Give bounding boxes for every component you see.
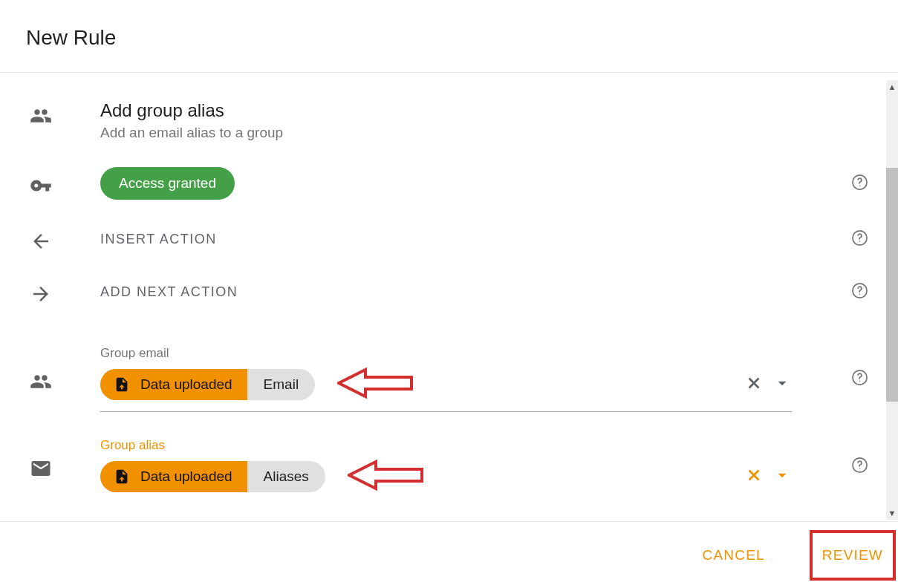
- annotation-arrow-icon: [337, 367, 419, 402]
- row-group-alias-heading: Add group alias Add an email alias to a …: [26, 100, 891, 141]
- group-info-icon: [26, 100, 56, 127]
- group-email-input[interactable]: Data uploaded Email: [100, 367, 792, 412]
- scroll-up-button[interactable]: ▲: [886, 80, 898, 94]
- pill-left-text: Data uploaded: [140, 376, 232, 393]
- scroll-down-button[interactable]: ▼: [886, 506, 898, 520]
- arrow-right-icon: [26, 278, 56, 305]
- pill-data-uploaded-aliases[interactable]: Data uploaded Aliases: [100, 461, 325, 492]
- svg-point-7: [859, 381, 861, 382]
- annotation-highlight: REVIEW: [810, 530, 896, 581]
- insert-action-label: INSERT ACTION: [100, 232, 792, 247]
- dropdown-toggle[interactable]: [772, 466, 792, 488]
- pill-data-uploaded-email[interactable]: Data uploaded Email: [100, 369, 315, 400]
- section-subtitle: Add an email alias to a group: [100, 125, 891, 141]
- add-next-action-label: ADD NEXT ACTION: [100, 284, 792, 300]
- help-icon[interactable]: [851, 282, 868, 302]
- group-icon: [26, 366, 56, 393]
- row-insert-action[interactable]: INSERT ACTION: [26, 226, 891, 252]
- help-icon[interactable]: [851, 229, 868, 249]
- review-button[interactable]: REVIEW: [822, 547, 883, 564]
- dropdown-toggle[interactable]: [772, 373, 792, 396]
- pill-left: Data uploaded: [100, 369, 247, 400]
- dialog-body: Add group alias Add an email alias to a …: [0, 78, 898, 520]
- clear-field-button[interactable]: [744, 373, 764, 396]
- file-upload-icon: [114, 468, 130, 485]
- help-icon[interactable]: [851, 174, 868, 194]
- scrollbar-thumb[interactable]: [886, 168, 898, 402]
- row-access: Access granted: [26, 167, 891, 200]
- pill-left: Data uploaded: [100, 461, 247, 492]
- svg-point-5: [859, 293, 861, 295]
- clear-field-button[interactable]: [744, 466, 764, 488]
- group-email-label: Group email: [100, 346, 792, 361]
- access-granted-badge[interactable]: Access granted: [100, 167, 235, 200]
- help-icon[interactable]: [851, 457, 868, 477]
- group-alias-label: Group alias: [100, 438, 792, 453]
- pill-right-text: Aliases: [247, 461, 325, 492]
- arrow-left-icon: [26, 226, 56, 252]
- svg-point-1: [859, 185, 861, 186]
- pill-right-text: Email: [247, 369, 316, 400]
- row-add-next-action[interactable]: ADD NEXT ACTION: [26, 278, 891, 305]
- annotation-arrow-icon: [348, 459, 429, 494]
- dialog-title: New Rule: [0, 0, 898, 73]
- section-title: Add group alias: [100, 100, 891, 121]
- mail-icon: [26, 453, 56, 480]
- svg-point-9: [859, 468, 861, 469]
- help-icon[interactable]: [851, 369, 868, 389]
- key-icon: [26, 170, 56, 197]
- row-group-alias-field: Group alias Data uploaded Aliases: [26, 438, 891, 494]
- file-upload-icon: [114, 376, 130, 393]
- pill-left-text: Data uploaded: [140, 468, 232, 485]
- svg-point-3: [859, 241, 861, 242]
- dialog-footer: CANCEL REVIEW: [0, 521, 898, 588]
- cancel-button[interactable]: CANCEL: [688, 529, 780, 582]
- row-group-email-field: Group email Data uploaded Email: [26, 346, 891, 412]
